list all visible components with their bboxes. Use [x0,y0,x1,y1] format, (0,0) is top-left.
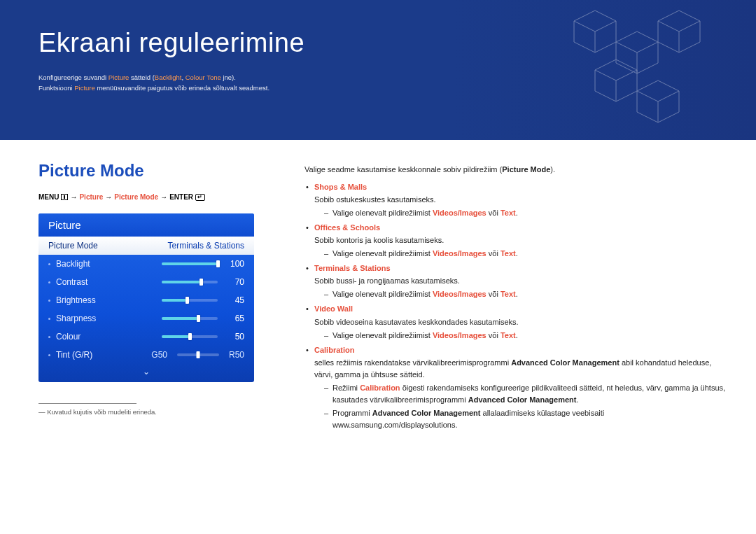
mode-sub-item: Valige olenevalt pildirežiimist Videos/I… [324,248,728,260]
slider-track[interactable] [162,335,218,338]
mode-item: Shops & MallsSobib ostukeskustes kasutam… [304,181,728,219]
calib-sub-item: Režiimi Calibration õigesti rakendamisek… [324,382,728,406]
menu-breadcrumb: MENU → Picture → Picture Mode → ENTER [38,193,276,201]
mode-item: Offices & SchoolsSobib kontoris ja kooli… [304,222,728,260]
slider-label: Colour [56,332,156,342]
slider-track[interactable] [162,299,218,302]
menu-icon [61,194,68,200]
mode-desc: selles režiimis rakendatakse värvikalibr… [314,357,728,381]
calib-sub-item: Programmi Advanced Color Management alla… [324,407,728,431]
osd-header: Picture [38,213,254,237]
osd-tint-row[interactable]: Tint (G/R) G50 R50 [38,346,254,364]
modes-list: Shops & MallsSobib ostukeskustes kasutam… [304,181,728,431]
lead-text: Valige seadme kasutamise keskkonnale sob… [304,164,728,176]
tint-slider[interactable] [177,353,219,356]
divider [38,403,136,404]
mode-desc: Sobib bussi- ja rongijaamas kasutamiseks… [314,275,728,287]
osd-panel: Picture Picture Mode Terminals & Station… [38,213,254,382]
chevron-down-icon[interactable]: ⌄ [38,364,254,377]
osd-slider-row[interactable]: Colour50 [38,328,254,346]
slider-label: Contrast [56,277,156,287]
mode-sub-item: Valige olenevalt pildirežiimist Videos/I… [324,330,728,342]
mode-name: Calibration [314,346,354,354]
decorative-cubes [546,0,728,140]
mode-item: Terminals & StationsSobib bussi- ja rong… [304,262,728,300]
osd-selected-value: Terminals & Stations [168,241,244,251]
osd-slider-row[interactable]: Backlight100 [38,255,254,273]
osd-slider-row[interactable]: Sharpness65 [38,309,254,328]
right-column: Valige seadme kasutamise keskkonnale sob… [304,161,728,434]
mode-name: Shops & Malls [314,183,367,191]
mode-desc: Sobib ostukeskustes kasutamiseks. [314,194,728,206]
osd-selected-label: Picture Mode [48,241,98,251]
enter-icon [195,194,205,201]
mode-sub-item: Valige olenevalt pildirežiimist Videos/I… [324,207,728,219]
osd-slider-row[interactable]: Contrast70 [38,273,254,291]
slider-track[interactable] [162,262,218,265]
mode-item: Video WallSobib videoseina kasutavates k… [304,303,728,341]
page-title: Ekraani reguleerimine [38,28,756,58]
page-banner: Ekraani reguleerimine Konfigureerige suv… [0,0,756,140]
left-column: Picture Mode MENU → Picture → Picture Mo… [38,161,276,434]
mode-name: Video Wall [314,304,353,313]
slider-value: 45 [223,295,244,305]
slider-label: Brightness [56,295,156,305]
osd-slider-row[interactable]: Brightness45 [38,291,254,309]
tint-g: G50 [151,350,167,360]
mode-name: Terminals & Stations [314,264,391,272]
slider-track[interactable] [162,281,218,283]
mode-name: Offices & Schools [314,223,380,232]
content-area: Picture Mode MENU → Picture → Picture Mo… [0,140,756,434]
slider-value: 65 [223,314,244,323]
mode-desc: Sobib kontoris ja koolis kasutamiseks. [314,234,728,246]
tint-label: Tint (G/R) [56,350,146,360]
tint-r: R50 [229,350,244,360]
intro-text: Konfigureerige suvandi Picture sätteid (… [38,72,756,93]
section-title: Picture Mode [38,161,276,181]
mode-desc: Sobib videoseina kasutavates keskkondade… [314,316,728,328]
slider-value: 50 [223,332,244,342]
mode-item-calibration: Calibrationselles režiimis rakendatakse … [304,344,728,431]
footnote: ― Kuvatud kujutis võib mudeliti erineda. [38,408,276,416]
slider-label: Backlight [56,259,156,269]
mode-sub-item: Valige olenevalt pildirežiimist Videos/I… [324,288,728,300]
osd-selected-row[interactable]: Picture Mode Terminals & Stations [38,237,254,255]
slider-label: Sharpness [56,314,156,323]
slider-value: 70 [223,277,244,287]
slider-value: 100 [223,259,244,269]
slider-track[interactable] [162,317,218,320]
